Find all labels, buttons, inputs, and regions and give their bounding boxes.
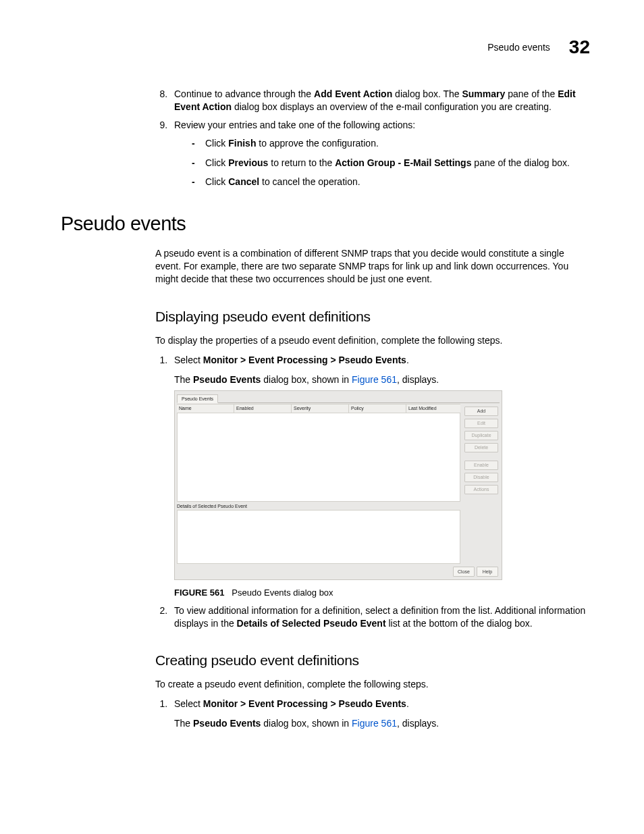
subsection-creating: Creating pseudo event definitions <box>155 652 590 669</box>
displaying-step-1-sub: The Pseudo Events dialog box, shown in F… <box>174 373 590 386</box>
chapter-number: 32 <box>569 36 590 58</box>
figure-link[interactable]: Figure 561 <box>352 374 397 385</box>
figure-561: Pseudo Events Name Enabled Severity Poli… <box>174 390 590 599</box>
creating-step-1: Select Monitor > Event Processing > Pseu… <box>170 698 590 730</box>
creating-intro: To create a pseudo event definition, com… <box>155 678 590 691</box>
table-zone: Name Enabled Severity Policy Last Modifi… <box>177 404 460 502</box>
add-button[interactable]: Add <box>464 407 498 416</box>
displaying-step-1: Select Monitor > Event Processing > Pseu… <box>170 354 590 599</box>
displaying-step-2: To view additional information for a def… <box>170 604 590 630</box>
close-button[interactable]: Close <box>453 567 475 577</box>
delete-button[interactable]: Delete <box>464 443 498 452</box>
tab-pseudo-events[interactable]: Pseudo Events <box>177 394 218 402</box>
dialog-footer: Close Help <box>177 564 500 577</box>
col-severity[interactable]: Severity <box>292 405 349 413</box>
displaying-steps: Select Monitor > Event Processing > Pseu… <box>155 354 590 630</box>
displaying-intro: To display the properties of a pseudo ev… <box>155 334 590 347</box>
page: Pseudo events 32 Continue to advance thr… <box>0 0 644 776</box>
button-column: Add Edit Duplicate Delete Enable Disable… <box>460 404 500 502</box>
col-enabled[interactable]: Enabled <box>234 405 292 413</box>
edit-button[interactable]: Edit <box>464 419 498 428</box>
enable-button[interactable]: Enable <box>464 461 498 470</box>
step-8: Continue to advance through the Add Even… <box>170 88 590 113</box>
creating-steps: Select Monitor > Event Processing > Pseu… <box>155 698 590 730</box>
duplicate-button[interactable]: Duplicate <box>464 431 498 440</box>
section-intro: A pseudo event is a combination of diffe… <box>155 247 590 286</box>
col-policy[interactable]: Policy <box>349 405 406 413</box>
actions-button[interactable]: Actions <box>464 485 498 494</box>
dash-list: Click Finish to approve the configuratio… <box>174 137 590 189</box>
tab-strip: Pseudo Events <box>177 393 500 403</box>
dash-item-finish: Click Finish to approve the configuratio… <box>192 137 590 150</box>
step-9: Review your entries and take one of the … <box>170 119 590 189</box>
help-button[interactable]: Help <box>477 567 498 577</box>
pseudo-events-dialog: Pseudo Events Name Enabled Severity Poli… <box>174 390 502 580</box>
numbered-list-continuation: Continue to advance through the Add Even… <box>155 88 590 188</box>
details-label: Details of Selected Pseudo Event <box>177 503 500 509</box>
col-name[interactable]: Name <box>177 405 234 413</box>
disable-button[interactable]: Disable <box>464 473 498 482</box>
table-header: Name Enabled Severity Policy Last Modifi… <box>177 404 460 413</box>
creating-step-1-sub: The Pseudo Events dialog box, shown in F… <box>174 717 590 730</box>
dash-item-cancel: Click Cancel to cancel the operation. <box>192 176 590 188</box>
figure-link[interactable]: Figure 561 <box>352 718 397 729</box>
dash-item-previous: Click Previous to return to the Action G… <box>192 157 590 170</box>
body-indent: Continue to advance through the Add Even… <box>155 88 590 188</box>
section-title-pseudo-events: Pseudo events <box>61 213 590 235</box>
details-box[interactable] <box>177 510 460 564</box>
subsection-displaying: Displaying pseudo event definitions <box>155 309 590 325</box>
table-body[interactable] <box>177 413 460 502</box>
page-header: Pseudo events 32 <box>61 36 590 58</box>
page-header-label: Pseudo events <box>487 42 550 53</box>
col-last-modified[interactable]: Last Modified <box>406 405 460 413</box>
figure-caption: FIGURE 561 Pseudo Events dialog box <box>174 587 590 599</box>
